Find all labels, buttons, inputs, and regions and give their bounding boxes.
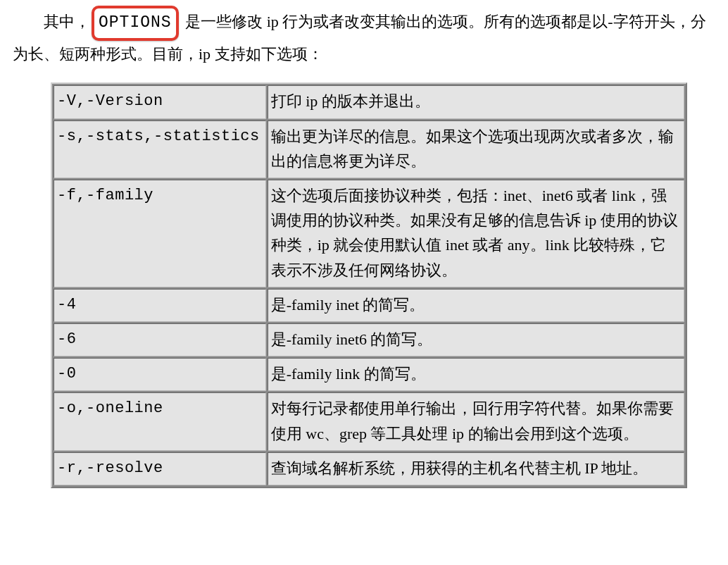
option-cell: -6 (54, 323, 266, 356)
table-row: -o,-oneline 对每行记录都使用单行输出，回行用字符代替。如果你需要使用… (54, 392, 684, 450)
options-highlight-box: OPTIONS (92, 6, 179, 41)
option-cell: -0 (54, 358, 266, 391)
table-row: -V,-Version 打印 ip 的版本并退出。 (54, 85, 684, 118)
description-cell: 输出更为详尽的信息。如果这个选项出现两次或者多次，输出的信息将更为详尽。 (268, 120, 684, 178)
table-row: -f,-family 这个选项后面接协议种类，包括：inet、inet6 或者 … (54, 180, 684, 287)
description-cell: 是-family inet6 的简写。 (268, 323, 684, 356)
table-row: -0 是-family link 的简写。 (54, 358, 684, 391)
intro-paragraph: 其中，OPTIONS 是一些修改 ip 行为或者改变其输出的选项。所有的选项都是… (13, 6, 715, 67)
option-cell: -f,-family (54, 180, 266, 287)
option-cell: -s,-stats,-statistics (54, 120, 266, 178)
table-row: -6 是-family inet6 的简写。 (54, 323, 684, 356)
options-highlight-text: OPTIONS (99, 13, 172, 32)
description-cell: 查询域名解析系统，用获得的主机名代替主机 IP 地址。 (268, 452, 684, 485)
table-container: -V,-Version 打印 ip 的版本并退出。 -s,-stats,-sta… (13, 82, 715, 488)
description-cell: 打印 ip 的版本并退出。 (268, 85, 684, 118)
options-table: -V,-Version 打印 ip 的版本并退出。 -s,-stats,-sta… (51, 82, 687, 488)
description-cell: 是-family inet 的简写。 (268, 289, 684, 322)
description-cell: 是-family link 的简写。 (268, 358, 684, 391)
option-cell: -4 (54, 289, 266, 322)
page-content: 其中，OPTIONS 是一些修改 ip 行为或者改变其输出的选项。所有的选项都是… (0, 0, 728, 488)
description-cell: 对每行记录都使用单行输出，回行用字符代替。如果你需要使用 wc、grep 等工具… (268, 392, 684, 450)
intro-prefix: 其中， (44, 13, 90, 30)
option-cell: -r,-resolve (54, 452, 266, 485)
option-cell: -o,-oneline (54, 392, 266, 450)
option-cell: -V,-Version (54, 85, 266, 118)
table-row: -4 是-family inet 的简写。 (54, 289, 684, 322)
table-row: -r,-resolve 查询域名解析系统，用获得的主机名代替主机 IP 地址。 (54, 452, 684, 485)
table-row: -s,-stats,-statistics 输出更为详尽的信息。如果这个选项出现… (54, 120, 684, 178)
description-cell: 这个选项后面接协议种类，包括：inet、inet6 或者 link，强调使用的协… (268, 180, 684, 287)
